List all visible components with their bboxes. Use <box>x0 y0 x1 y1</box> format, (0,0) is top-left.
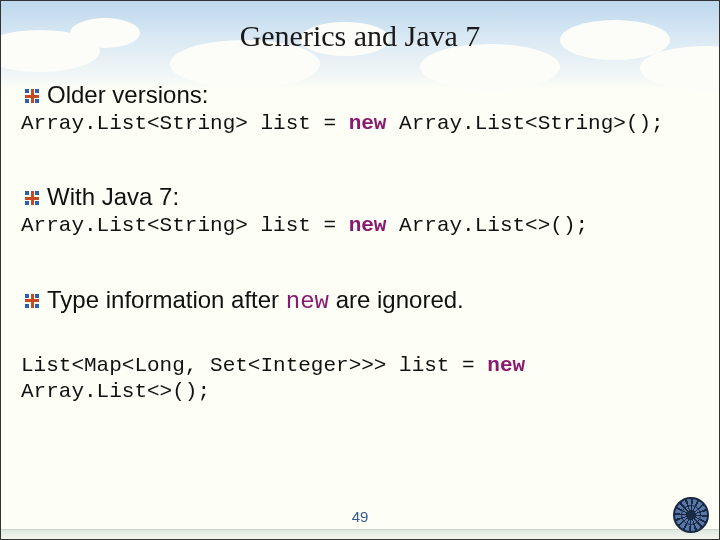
code-example-long: List<Map<Long, Set<Integer>>> list = new… <box>19 351 701 406</box>
keyword-new-inline: new <box>286 288 329 315</box>
bullet-type-info: Type information after new are ignored. <box>19 286 701 315</box>
footer-strip <box>1 529 719 539</box>
bullet-icon <box>25 89 39 103</box>
code-text: Array.List<String>(); <box>386 112 663 135</box>
keyword-new: new <box>349 112 387 135</box>
code-older: Array.List<String> list = new Array.List… <box>19 109 701 137</box>
code-text: Array.List<>(); <box>21 380 210 403</box>
bullet-icon <box>25 191 39 205</box>
slide: Generics and Java 7 Older versions: Arra… <box>0 0 720 540</box>
bullet-text: Older versions: <box>47 81 208 109</box>
bullet-java7: With Java 7: <box>19 183 701 211</box>
text: Type information after <box>47 286 286 313</box>
slide-title: Generics and Java 7 <box>1 1 719 77</box>
page-number: 49 <box>1 508 719 525</box>
code-java7: Array.List<String> list = new Array.List… <box>19 211 701 239</box>
code-text: List<Map<Long, Set<Integer>>> list = <box>21 354 487 377</box>
bullet-icon <box>25 294 39 308</box>
code-text: Array.List<String> list = <box>21 112 349 135</box>
keyword-new: new <box>487 354 525 377</box>
keyword-new: new <box>349 214 387 237</box>
bullet-text: With Java 7: <box>47 183 179 211</box>
code-text: Array.List<>(); <box>386 214 588 237</box>
university-logo-icon <box>673 497 709 533</box>
bullet-older-versions: Older versions: <box>19 81 701 109</box>
code-text: Array.List<String> list = <box>21 214 349 237</box>
bullet-text: Type information after new are ignored. <box>47 286 464 315</box>
slide-content: Older versions: Array.List<String> list … <box>1 81 719 405</box>
text: are ignored. <box>329 286 464 313</box>
